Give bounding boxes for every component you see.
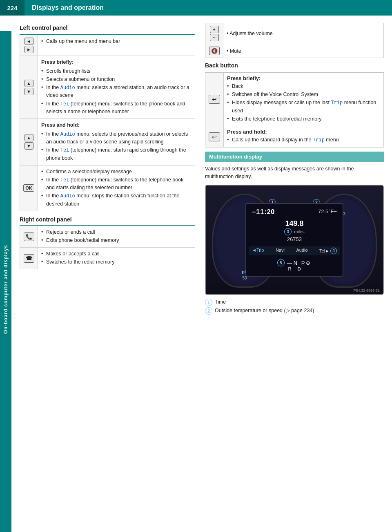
miles-label: miles (294, 229, 305, 234)
gear-row: 5 —N P⊕ (277, 259, 312, 266)
left-arrow-icon: ◄ (24, 38, 33, 45)
list-item: In the Tel (telephone) menu: starts rapi… (41, 146, 192, 162)
tel-label: Tel (60, 101, 69, 107)
right-panel-heading: Right control panel (20, 216, 195, 223)
back-press-briefly-label: Press briefly: (227, 75, 380, 81)
odometer-value: 26753 (284, 236, 305, 242)
caption-item-2: 2 Outside temperature or speed (▷ page 2… (205, 307, 384, 315)
table-row: OK Confirms a selection/display message … (20, 165, 195, 211)
page-title: Displays and operation (24, 4, 104, 11)
minus-icon: − (210, 34, 219, 41)
plus-icon: + (210, 26, 219, 33)
caption-text-2: Outside temperature or speed (▷ page 234… (215, 307, 314, 315)
tel-menu: Tel► 4 (319, 248, 337, 254)
dashboard-image: ph 50 1 2 3 (205, 185, 384, 295)
image-ref: P54.32-8988-31 (353, 288, 380, 293)
volume-table: + − • Adjusts the volume 🔇 • Mute (205, 23, 384, 58)
circle-5-badge: 5 (277, 259, 285, 266)
list-item: Rejects or ends a call (41, 228, 192, 236)
list-item: In the Tel (telephone) menu: switches to… (41, 176, 192, 192)
menu-bar: ◄Trip Navi Audio Tel► 4 (249, 246, 340, 255)
trip-label: Trip (331, 100, 343, 106)
table-row: ▲ ▼ Press briefly: Scrolls through lists… (20, 56, 195, 119)
trip-label2: Trip (313, 137, 325, 143)
ud-hold-desc: Press and hold: In the Audio menu: selec… (38, 119, 195, 165)
list-item: Calls up the menu and menu bar (41, 38, 192, 45)
table-row: + − • Adjusts the volume (205, 23, 384, 44)
circle-4-badge: 4 (330, 248, 337, 254)
phone-end-icon-cell: 📞 (20, 226, 38, 247)
ud-brief-desc: Press briefly: Scrolls through lists Sel… (38, 56, 195, 119)
audio-label3: Audio (60, 193, 75, 199)
phone-end-icon: 📞 (24, 232, 34, 241)
back-button-heading: Back button (205, 62, 384, 69)
ok-icon: OK (20, 165, 38, 211)
top-row: −11:20 72.5°F− (249, 208, 340, 216)
list-item: In the Audio menu: selects a stored stat… (41, 84, 192, 99)
list-item: In the Audio menu: selects the previous/… (41, 130, 192, 146)
back-icon-cell: ↩ (205, 73, 224, 126)
table-row: ◄ ► Calls up the menu and menu bar (20, 35, 195, 56)
circle-3-badge: 3 (284, 228, 292, 235)
mute-icon: 🔇 (209, 47, 220, 55)
mute-icon-cell: 🔇 (205, 44, 223, 58)
multifunction-display-heading: Multifunction display (205, 152, 384, 162)
list-item: Switches to the redial memory (41, 258, 192, 266)
press-hold-label: Press and hold: (41, 121, 192, 129)
lr-arrow-icons: ◄ ► (20, 35, 38, 56)
back-hold-desc: Press and hold: Calls up the standard di… (224, 126, 384, 147)
table-row: ☎ Makes or accepts a call Switches to th… (20, 248, 195, 269)
miles-row: 3 miles (284, 228, 305, 235)
navi-menu: Navi (276, 248, 285, 254)
caption-num-1: 1 (205, 299, 212, 306)
list-item: Calls up the standard display in the Tri… (227, 136, 380, 144)
ok-button-icon: OK (23, 184, 34, 192)
list-item: Back (227, 83, 380, 90)
table-row: ▲ ▼ Press and hold: In the Audio menu: s… (20, 119, 195, 165)
phone-call-icon-cell: ☎ (20, 248, 38, 269)
table-row: ↩ Press briefly: Back Switches off the V… (205, 73, 384, 126)
phone-call-desc: Makes or accepts a call Switches to the … (38, 248, 195, 269)
tel-label3: Tel (60, 177, 69, 183)
back-button-table: ↩ Press briefly: Back Switches off the V… (205, 72, 384, 148)
audio-label2: Audio (60, 132, 75, 137)
up-arrow-hold-icon: ▲ (24, 134, 33, 141)
list-item: Selects a submenu or function (41, 76, 192, 83)
left-panel-heading: Left control panel (20, 25, 195, 31)
mileage-value: 149.8 (284, 219, 305, 228)
right-arrow-icon: ► (24, 46, 33, 53)
lr-arrow-desc: Calls up the menu and menu bar (38, 35, 195, 56)
caption-num-2: 2 (205, 307, 212, 315)
temp-display: 72.5°F− (318, 208, 337, 216)
list-item: Exits the telephone book/redial memory (227, 115, 380, 123)
list-item: In the Audio menu: stops the station sea… (41, 192, 192, 208)
mileage-block: 149.8 3 miles 26753 (284, 219, 305, 242)
back-arrow-icon: ↩ (209, 95, 220, 104)
back-hold-icon-cell: ↩ (205, 126, 224, 147)
tel-label2: Tel (60, 148, 69, 153)
back-brief-desc: Press briefly: Back Switches off the Voi… (224, 73, 384, 126)
caption-list: 1 Time 2 Outside temperature or speed (▷… (205, 298, 384, 315)
phone-call-icon: ☎ (24, 254, 34, 263)
header-bar: 224 Displays and operation (0, 0, 392, 16)
down-arrow-icon: ▼ (24, 88, 33, 95)
caption-text-1: Time (215, 298, 226, 306)
back-hold-arrow-icon: ↩ (209, 132, 220, 141)
gear-selector: R D (277, 266, 312, 271)
list-item: Exits phone book/redial memory (41, 237, 192, 244)
plus-minus-icon-cell: + − (205, 23, 223, 44)
ud-arrow-icons-brief: ▲ ▼ (20, 56, 38, 119)
audio-label: Audio (60, 85, 75, 91)
right-column: + − • Adjusts the volume 🔇 • Mute (205, 23, 384, 524)
press-briefly-label: Press briefly: (41, 58, 192, 66)
gear-display: 5 —N P⊕ R D (277, 259, 312, 271)
mute-desc: • Mute (223, 44, 384, 58)
table-row: 🔇 • Mute (205, 44, 384, 58)
table-row: ↩ Press and hold: Calls up the standard … (205, 126, 384, 147)
phone-end-desc: Rejects or ends a call Exits phone book/… (38, 226, 195, 247)
side-label: On-board computer and displays (0, 31, 11, 532)
multifunction-display-desc: Values and settings as well as display m… (205, 165, 384, 181)
list-item: In the Tel (telephone) menu: switches to… (41, 100, 192, 116)
list-item: Confirms a selection/display message (41, 168, 192, 175)
trip-menu: ◄Trip (252, 248, 264, 254)
